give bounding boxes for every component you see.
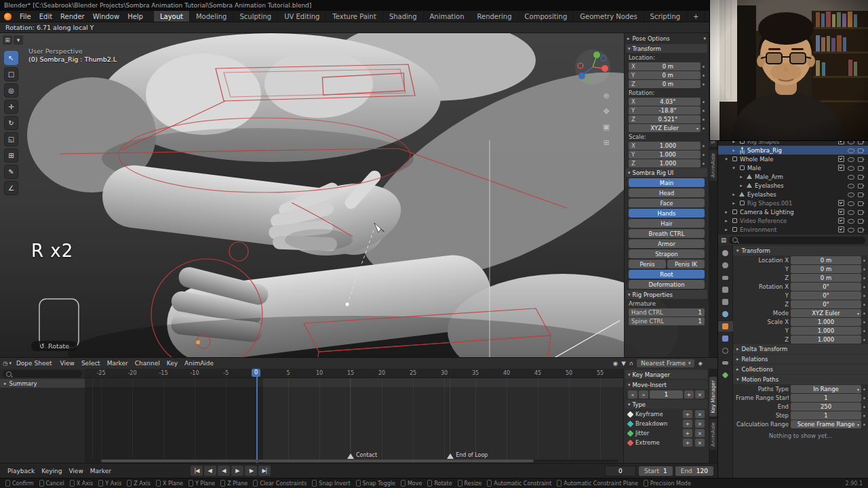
channel-search-input[interactable] xyxy=(3,370,82,378)
rig-layer-button[interactable]: Hair xyxy=(629,219,705,228)
disclosure-triangle-icon[interactable]: ▸ xyxy=(731,192,736,197)
viewport-tool-button[interactable]: □ xyxy=(4,67,18,81)
animate-decorator[interactable] xyxy=(703,154,705,156)
property-field[interactable]: 1.000 xyxy=(791,327,861,335)
collection-checkbox-icon[interactable] xyxy=(838,226,844,232)
viewport-3d[interactable]: ⊞ ▾ User Perspective (0) Sombra_Rig : Th… xyxy=(0,33,717,357)
hide-in-viewport-icon[interactable] xyxy=(848,227,854,232)
rig-layer-button[interactable]: Hands xyxy=(629,209,705,218)
animate-decorator[interactable] xyxy=(863,388,865,390)
properties-tab[interactable] xyxy=(718,358,733,368)
viewport-tool-button[interactable]: ↻ xyxy=(4,116,18,130)
collapsed-panel-header[interactable]: ▸ Relations xyxy=(733,354,868,364)
workspace-tab[interactable]: Compositing xyxy=(519,11,574,22)
disclosure-triangle-icon[interactable]: ▸ xyxy=(731,201,736,206)
transport-button[interactable]: ▶ xyxy=(231,466,243,476)
property-field[interactable]: In Range xyxy=(791,385,861,393)
workspace-tab[interactable]: Animation xyxy=(424,11,471,22)
property-field[interactable]: 0 m xyxy=(791,274,861,282)
disclosure-triangle-icon[interactable]: ▸ xyxy=(724,209,729,215)
playback-menu-item[interactable]: Playback xyxy=(4,468,38,474)
filter-funnel-icon[interactable]: ▼ xyxy=(621,360,626,367)
viewport-nav-icon[interactable]: ✥ xyxy=(601,106,612,117)
insert-amount-field[interactable]: 1 xyxy=(650,390,683,399)
playback-menu-item[interactable]: View xyxy=(65,468,86,474)
menu-item[interactable]: Render xyxy=(56,11,89,22)
animate-decorator[interactable] xyxy=(863,312,865,314)
sidebar-tab[interactable]: AnimAide xyxy=(709,150,717,181)
key-action-button[interactable]: × xyxy=(695,390,705,399)
disable-in-render-icon[interactable] xyxy=(858,148,865,153)
outliner-row[interactable]: ▸ Video Reference xyxy=(718,216,868,225)
viewport-tool-button[interactable]: ✎ xyxy=(4,165,18,179)
scale-input[interactable]: Y 1.000 xyxy=(629,150,701,159)
property-field[interactable]: 0° xyxy=(791,300,861,308)
move-insert-panel-header[interactable]: ▾ Move-Insert xyxy=(625,380,707,389)
collapsed-panel-header[interactable]: ▸ Delta Transform xyxy=(733,344,868,354)
scale-input[interactable]: X 1.000 xyxy=(629,142,701,150)
proportional-edit-icon[interactable]: ◈ xyxy=(698,360,703,367)
property-field[interactable]: 1.000 xyxy=(791,336,861,344)
clear-type-button[interactable]: × xyxy=(695,429,705,437)
animate-decorator[interactable] xyxy=(863,286,865,288)
properties-tab[interactable] xyxy=(718,321,733,331)
rig-ui-panel-header[interactable]: ▾ Sombra Rig UI xyxy=(626,168,707,177)
animate-decorator[interactable] xyxy=(863,295,865,297)
viewport-nav-icon[interactable]: ⊕ xyxy=(601,90,612,101)
workspace-tab[interactable]: Texture Paint xyxy=(326,11,383,22)
animate-decorator[interactable] xyxy=(703,127,705,129)
rig-layer-button[interactable]: Penis xyxy=(629,260,666,268)
properties-tab[interactable] xyxy=(718,346,733,356)
rotation-input[interactable]: Y -18.8° xyxy=(629,106,701,115)
workspace-tab[interactable]: Geometry Nodes xyxy=(574,11,644,22)
outliner-row[interactable]: ▾ Whole Male xyxy=(718,155,868,163)
property-field[interactable]: 0° xyxy=(791,283,861,291)
snap-magnet-icon[interactable]: ∩ xyxy=(629,360,633,367)
property-field[interactable]: Scene Frame Range xyxy=(791,420,861,428)
sidebar-tab[interactable]: Key Manager xyxy=(709,377,717,417)
viewport-tool-button[interactable]: ⊞ xyxy=(4,148,18,163)
animate-decorator[interactable] xyxy=(863,406,865,408)
rotation-input[interactable]: X 4.03° xyxy=(629,98,701,106)
select-type-button[interactable]: + xyxy=(683,439,692,447)
workspace-tab[interactable]: + xyxy=(687,11,705,22)
rotation-mode-dropdown[interactable]: XYZ Euler xyxy=(629,124,701,132)
disable-in-render-icon[interactable] xyxy=(858,192,865,197)
outliner-row[interactable]: ▸ Rig Shapes.001 xyxy=(718,199,868,207)
pose-options-header[interactable]: ▸ Pose Options ▾ xyxy=(625,33,709,43)
properties-tab[interactable] xyxy=(718,272,733,283)
clear-type-button[interactable]: × xyxy=(695,420,705,428)
viewport-tool-button[interactable]: ◎ xyxy=(4,83,18,98)
property-field[interactable]: 250 xyxy=(791,403,861,411)
disclosure-triangle-icon[interactable]: ▾ xyxy=(724,157,729,162)
hide-in-viewport-icon[interactable] xyxy=(848,192,854,197)
dope-sheet-mode-dropdown[interactable]: Dope Sheet xyxy=(13,360,56,367)
hide-in-viewport-icon[interactable] xyxy=(848,174,854,180)
viewport-tool-button[interactable]: ↖ xyxy=(4,51,18,65)
hide-in-viewport-icon[interactable] xyxy=(848,201,854,206)
workspace-tab[interactable]: UV Editing xyxy=(278,11,326,22)
animate-decorator[interactable] xyxy=(863,268,865,270)
sidebar-tab[interactable]: AnimAide xyxy=(709,419,717,450)
rotation-input[interactable]: Z 0.521° xyxy=(629,115,701,123)
location-input[interactable]: X 0 m xyxy=(629,62,701,70)
disable-in-render-icon[interactable] xyxy=(858,157,865,162)
menu-item[interactable]: File xyxy=(16,11,35,22)
transform-panel-header[interactable]: ▾ Transform xyxy=(626,44,707,53)
transport-button[interactable]: ◀· xyxy=(204,466,216,476)
transport-button[interactable]: ▶| xyxy=(258,466,271,476)
viewport-tool-button[interactable]: ✛ xyxy=(4,100,18,114)
properties-tab[interactable] xyxy=(718,248,733,258)
property-field[interactable]: XYZ Euler xyxy=(791,309,861,317)
nudge-button[interactable]: » xyxy=(639,390,648,399)
transform-panel-header[interactable]: ▾ Transform xyxy=(733,246,868,256)
disclosure-triangle-icon[interactable]: ▸ xyxy=(731,148,736,153)
outliner-row[interactable]: ▾ Male xyxy=(718,163,868,172)
animate-decorator[interactable] xyxy=(863,277,865,279)
playhead-frame-badge[interactable]: 0 xyxy=(252,369,260,377)
location-input[interactable]: Y 0 m xyxy=(629,71,701,79)
scale-input[interactable]: Z 1.000 xyxy=(629,159,701,167)
hide-in-viewport-icon[interactable] xyxy=(848,165,854,171)
rig-layer-button[interactable]: Root xyxy=(629,270,705,279)
workspace-tab[interactable]: Shading xyxy=(383,11,424,22)
